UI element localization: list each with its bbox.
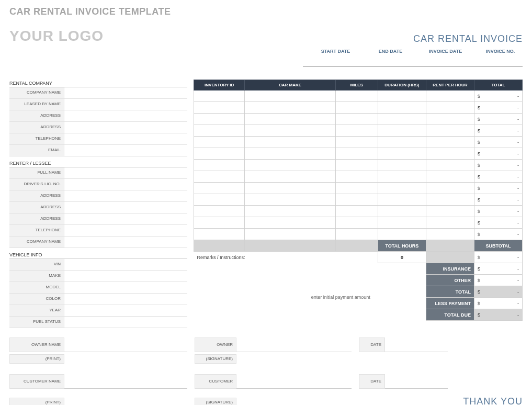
line-cell[interactable]	[335, 206, 378, 217]
line-cell[interactable]	[426, 194, 474, 206]
owner-name-field[interactable]	[64, 338, 187, 352]
less-payment-value[interactable]: $-	[474, 298, 522, 309]
line-cell[interactable]	[378, 102, 426, 114]
line-cell[interactable]	[194, 229, 245, 240]
renter-input[interactable]	[64, 167, 187, 178]
line-cell[interactable]	[426, 137, 474, 148]
owner-date-field[interactable]	[385, 338, 448, 352]
line-cell[interactable]	[378, 194, 426, 206]
line-cell[interactable]: $-	[474, 171, 522, 183]
line-cell[interactable]	[245, 194, 335, 206]
line-cell[interactable]: $-	[474, 137, 522, 148]
vehicle-input[interactable]	[64, 259, 187, 270]
line-cell[interactable]	[426, 229, 474, 240]
other-value[interactable]: $-	[474, 275, 522, 286]
line-cell[interactable]	[335, 194, 378, 206]
line-cell[interactable]	[194, 183, 245, 194]
line-cell[interactable]	[378, 229, 426, 240]
line-cell[interactable]	[194, 125, 245, 137]
line-cell[interactable]	[335, 160, 378, 171]
line-cell[interactable]	[194, 137, 245, 148]
customer-name-field[interactable]	[64, 374, 187, 389]
line-cell[interactable]	[245, 148, 335, 160]
customer-date-field[interactable]	[385, 374, 448, 389]
line-cell[interactable]	[194, 114, 245, 125]
line-cell[interactable]	[245, 229, 335, 240]
vehicle-input[interactable]	[64, 282, 187, 293]
line-cell[interactable]	[378, 206, 426, 217]
line-cell[interactable]	[426, 148, 474, 160]
rental-company-input[interactable]	[64, 87, 187, 98]
rental-company-input[interactable]	[64, 145, 187, 156]
line-cell[interactable]: $-	[474, 148, 522, 160]
line-cell[interactable]: $-	[474, 206, 522, 217]
line-cell[interactable]	[245, 171, 335, 183]
line-cell[interactable]	[245, 125, 335, 137]
subtotal-value[interactable]: $-	[474, 252, 522, 263]
line-cell[interactable]	[378, 171, 426, 183]
line-cell[interactable]	[194, 206, 245, 217]
rental-company-input[interactable]	[64, 133, 187, 144]
line-cell[interactable]	[245, 217, 335, 229]
insurance-value[interactable]: $-	[474, 263, 522, 275]
line-cell[interactable]	[245, 183, 335, 194]
customer-signature-field[interactable]	[236, 374, 352, 389]
line-cell[interactable]	[245, 206, 335, 217]
line-cell[interactable]	[378, 114, 426, 125]
line-cell[interactable]	[335, 183, 378, 194]
line-cell[interactable]	[335, 125, 378, 137]
vehicle-input[interactable]	[64, 305, 187, 316]
line-cell[interactable]	[378, 148, 426, 160]
line-cell[interactable]: $-	[474, 160, 522, 171]
line-cell[interactable]	[426, 125, 474, 137]
line-cell[interactable]	[194, 160, 245, 171]
line-cell[interactable]	[426, 171, 474, 183]
line-cell[interactable]	[335, 102, 378, 114]
vehicle-input[interactable]	[64, 294, 187, 305]
line-cell[interactable]	[378, 160, 426, 171]
line-cell[interactable]	[335, 148, 378, 160]
line-cell[interactable]: $-	[474, 217, 522, 229]
renter-input[interactable]	[64, 237, 187, 248]
line-cell[interactable]	[426, 217, 474, 229]
line-cell[interactable]	[378, 125, 426, 137]
line-cell[interactable]: $-	[474, 114, 522, 125]
rental-company-input[interactable]	[64, 99, 187, 110]
line-cell[interactable]: $-	[474, 194, 522, 206]
line-cell[interactable]	[194, 102, 245, 114]
line-cell[interactable]	[335, 229, 378, 240]
renter-input[interactable]	[64, 213, 187, 224]
line-cell[interactable]: $-	[474, 229, 522, 240]
line-cell[interactable]	[335, 137, 378, 148]
line-cell[interactable]	[335, 171, 378, 183]
line-cell[interactable]: $-	[474, 91, 522, 102]
line-cell[interactable]	[426, 91, 474, 102]
line-cell[interactable]	[245, 160, 335, 171]
line-cell[interactable]	[245, 91, 335, 102]
line-cell[interactable]	[426, 183, 474, 194]
line-cell[interactable]	[245, 137, 335, 148]
renter-input[interactable]	[64, 190, 187, 201]
line-cell[interactable]	[194, 217, 245, 229]
line-cell[interactable]	[426, 206, 474, 217]
line-cell[interactable]	[245, 114, 335, 125]
rental-company-input[interactable]	[64, 110, 187, 121]
line-cell[interactable]: $-	[474, 125, 522, 137]
line-cell[interactable]	[335, 91, 378, 102]
line-cell[interactable]	[378, 217, 426, 229]
line-cell[interactable]	[194, 148, 245, 160]
line-cell[interactable]	[426, 102, 474, 114]
renter-input[interactable]	[64, 202, 187, 213]
vehicle-input[interactable]	[64, 271, 187, 282]
line-cell[interactable]	[426, 160, 474, 171]
line-cell[interactable]	[194, 171, 245, 183]
line-cell[interactable]	[335, 217, 378, 229]
line-cell[interactable]	[426, 114, 474, 125]
line-cell[interactable]: $-	[474, 183, 522, 194]
line-cell[interactable]	[378, 91, 426, 102]
line-cell[interactable]	[245, 102, 335, 114]
line-cell[interactable]	[335, 114, 378, 125]
line-cell[interactable]	[378, 183, 426, 194]
vehicle-input[interactable]	[64, 317, 187, 328]
line-cell[interactable]	[194, 194, 245, 206]
